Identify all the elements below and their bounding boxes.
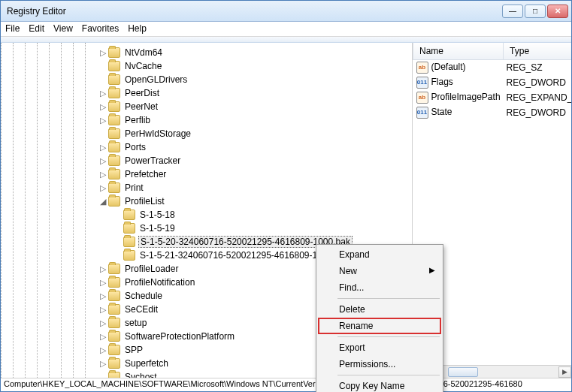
expand-toggle-icon[interactable]: ▷ xyxy=(98,305,107,315)
string-value-icon: ab xyxy=(416,62,428,74)
menu-help[interactable]: Help xyxy=(128,23,147,35)
toolbar xyxy=(1,37,571,43)
folder-icon xyxy=(108,264,120,274)
folder-icon xyxy=(108,47,120,58)
tree-node-label: NvCache xyxy=(123,61,163,71)
menu-item-label: Permissions... xyxy=(339,359,395,369)
tree-node-label: SeCEdit xyxy=(123,304,159,315)
folder-icon xyxy=(108,277,120,288)
context-menu-delete[interactable]: Delete xyxy=(318,301,441,318)
tree-node-label: PeerNet xyxy=(123,101,159,112)
expand-toggle-icon[interactable]: ▷ xyxy=(98,48,107,58)
menu-item-label: Delete xyxy=(339,304,365,315)
folder-icon xyxy=(108,169,120,179)
column-header-name[interactable]: Name xyxy=(413,43,504,59)
tree-node-label: S-1-5-18 xyxy=(138,210,177,220)
tree-guide-lines xyxy=(1,43,97,378)
window-buttons: — □ ✕ xyxy=(502,5,568,18)
folder-icon xyxy=(108,196,120,207)
folder-icon xyxy=(123,250,135,261)
tree-node-label: PerHwIdStorage xyxy=(123,128,192,139)
context-menu-copy-key-name[interactable]: Copy Key Name xyxy=(318,378,441,392)
context-menu-new[interactable]: New▶ xyxy=(318,263,441,279)
context-menu-export[interactable]: Export xyxy=(318,339,441,356)
value-name: Flags xyxy=(431,77,453,87)
value-name: ProfileImagePath xyxy=(431,92,501,102)
menu-separator xyxy=(337,298,440,299)
value-row[interactable]: ab(Default)REG_SZ xyxy=(413,59,572,75)
menu-item-label: New xyxy=(339,266,357,276)
value-name: (Default) xyxy=(431,62,466,72)
tree-node-label: SoftwareProtectionPlatform xyxy=(123,331,236,342)
menu-separator xyxy=(337,336,440,337)
value-row[interactable]: 011StateREG_DWORD xyxy=(413,105,572,120)
menu-edit[interactable]: Edit xyxy=(29,23,44,35)
folder-icon xyxy=(108,291,120,301)
binary-value-icon: 011 xyxy=(416,107,428,119)
minimize-button[interactable]: — xyxy=(502,5,523,18)
value-row[interactable]: abProfileImagePathREG_EXPAND_S xyxy=(413,90,572,105)
tree-node-label: ProfileNotification xyxy=(123,277,196,288)
folder-icon xyxy=(108,331,120,342)
tree-node-label: setup xyxy=(123,318,148,328)
expand-toggle-icon[interactable]: ◢ xyxy=(98,197,107,207)
expand-toggle-icon[interactable]: ▷ xyxy=(98,278,107,288)
value-type: REG_EXPAND_S xyxy=(504,90,571,105)
folder-icon xyxy=(123,223,135,234)
folder-icon xyxy=(108,182,120,193)
expand-toggle-icon[interactable]: ▷ xyxy=(98,264,107,274)
tree-node-label: Svchost xyxy=(123,372,159,378)
expand-toggle-icon[interactable]: ▷ xyxy=(98,359,107,369)
statusbar: Computer\HKEY_LOCAL_MACHINE\SOFTWARE\Mic… xyxy=(1,378,571,391)
expand-toggle-icon[interactable]: ▷ xyxy=(98,156,107,166)
value-type: REG_DWORD xyxy=(504,75,571,90)
expand-toggle-icon[interactable]: ▷ xyxy=(98,102,107,112)
scroll-thumb[interactable] xyxy=(448,367,478,377)
menu-view[interactable]: View xyxy=(53,23,73,35)
expand-toggle-icon[interactable]: ▷ xyxy=(98,89,107,98)
expand-toggle-icon[interactable]: ▷ xyxy=(98,332,107,342)
column-header-type[interactable]: Type xyxy=(504,43,571,59)
value-type: REG_SZ xyxy=(504,59,571,75)
folder-icon xyxy=(108,372,120,378)
folder-icon xyxy=(108,155,120,166)
folder-icon xyxy=(108,304,120,315)
expand-toggle-icon[interactable]: ▷ xyxy=(98,318,107,328)
tree-node-label: ProfileLoader xyxy=(123,264,180,274)
expand-toggle-icon[interactable]: ▷ xyxy=(98,116,107,125)
folder-icon xyxy=(108,74,120,85)
scroll-right-icon[interactable]: ▶ xyxy=(558,366,571,378)
string-value-icon: ab xyxy=(416,92,428,104)
folder-icon xyxy=(108,358,120,369)
window-title: Registry Editor xyxy=(7,6,502,17)
expand-toggle-icon[interactable]: ▷ xyxy=(98,345,107,355)
tree-node-label: S-1-5-21-324060716-520021295-4616809-1 xyxy=(138,250,319,261)
value-type: REG_DWORD xyxy=(504,105,571,120)
expand-toggle-icon[interactable]: ▷ xyxy=(98,291,107,301)
folder-icon xyxy=(123,237,135,247)
binary-value-icon: 011 xyxy=(416,77,428,89)
tree-node-label: Superfetch xyxy=(123,358,170,369)
folder-icon xyxy=(108,88,120,98)
folder-icon xyxy=(108,142,120,152)
menubar: FileEditViewFavoritesHelp xyxy=(1,22,571,37)
expand-toggle-icon[interactable]: ▷ xyxy=(98,143,107,152)
menu-favorites[interactable]: Favorites xyxy=(82,23,119,35)
tree-node-label: ProfileList xyxy=(123,196,166,207)
value-row[interactable]: 011FlagsREG_DWORD xyxy=(413,75,572,90)
folder-icon xyxy=(108,128,120,139)
menu-file[interactable]: File xyxy=(5,23,20,35)
expand-toggle-icon[interactable]: ▷ xyxy=(98,183,107,193)
expand-toggle-icon[interactable]: ▷ xyxy=(98,170,107,179)
context-menu: ExpandNew▶Find...DeleteRenameExportPermi… xyxy=(316,244,443,392)
tree-node-label: Ports xyxy=(123,142,147,152)
close-button[interactable]: ✕ xyxy=(547,5,568,18)
context-menu-permissions[interactable]: Permissions... xyxy=(318,356,441,372)
tree-node-label: PeerDist xyxy=(123,88,161,98)
maximize-button[interactable]: □ xyxy=(525,5,546,18)
context-menu-expand[interactable]: Expand xyxy=(318,246,441,263)
context-menu-find[interactable]: Find... xyxy=(318,279,441,296)
folder-icon xyxy=(108,115,120,125)
menu-item-label: Expand xyxy=(339,249,370,260)
context-menu-rename[interactable]: Rename xyxy=(318,318,441,334)
